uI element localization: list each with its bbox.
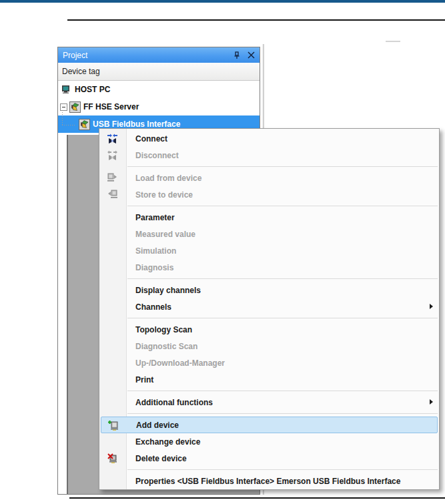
menu-item-display-channels[interactable]: Display channels <box>99 282 439 298</box>
menu-item-properties[interactable]: Properties <USB Fieldbus Interface> Emer… <box>99 473 439 489</box>
menu-separator <box>99 276 439 282</box>
menu-separator <box>99 467 439 473</box>
menu-item-label: Exchange device <box>135 437 200 447</box>
menu-separator <box>99 388 439 394</box>
menu-separator <box>99 411 439 417</box>
menu-item-label: Add device <box>136 421 179 430</box>
device-dtm-icon <box>79 119 90 130</box>
menu-item-label: Diagnosis <box>135 263 173 272</box>
device-dtm-icon <box>69 101 81 113</box>
menu-item-label: Measured value <box>135 230 195 239</box>
menu-separator <box>99 315 439 321</box>
menu-item-label: Channels <box>135 302 171 312</box>
menu-item-print[interactable]: Print <box>99 371 439 388</box>
submenu-arrow-icon <box>430 304 433 309</box>
connect-icon <box>107 133 118 144</box>
menu-item-exchange-device[interactable]: Exchange device <box>99 433 439 450</box>
menu-separator <box>99 203 439 209</box>
menu-item-up-download-manager[interactable]: Up-/Download-Manager <box>99 354 439 371</box>
collapse-minus-icon[interactable] <box>60 103 67 111</box>
tree-label: HOST PC <box>72 85 110 94</box>
menu-item-load-from-device[interactable]: Load from device <box>99 170 439 186</box>
device-context-menu: Connect Disconnect <box>99 128 440 490</box>
device-tag-column-header[interactable]: Device tag <box>58 63 260 81</box>
menu-item-label: Load from device <box>135 174 201 183</box>
menu-item-label: Diagnostic Scan <box>135 342 197 351</box>
menu-item-label: Up-/Download-Manager <box>135 358 225 368</box>
menu-item-store-to-device[interactable]: Store to device <box>99 186 439 203</box>
close-icon[interactable] <box>246 51 256 60</box>
menu-item-label: Parameter <box>135 213 175 222</box>
menu-item-label: Properties <USB Fieldbus Interface> Emer… <box>135 477 400 486</box>
menu-item-parameter[interactable]: Parameter <box>99 209 439 226</box>
tree-row-ff-hse-server[interactable]: FF HSE Server <box>58 98 260 115</box>
tree-connector-line <box>62 125 75 125</box>
store-to-device-icon <box>107 189 118 200</box>
disconnect-icon <box>107 150 118 161</box>
menu-item-simulation[interactable]: Simulation <box>99 242 439 259</box>
menu-item-diagnostic-scan[interactable]: Diagnostic Scan <box>99 338 439 354</box>
menu-item-diagnosis[interactable]: Diagnosis <box>99 259 439 276</box>
screenshot-root: Project Device tag <box>0 0 445 504</box>
menu-item-additional-functions[interactable]: Additional functions <box>99 394 439 411</box>
background-artifact <box>386 41 400 42</box>
menu-item-label: Simulation <box>135 246 176 256</box>
menu-item-label: Delete device <box>135 454 187 463</box>
document-top-bar <box>0 0 445 3</box>
host-pc-icon <box>61 84 72 95</box>
menu-item-add-device[interactable]: Add device <box>101 417 438 433</box>
menu-item-label: Connect <box>135 134 167 144</box>
menu-separator <box>99 164 439 170</box>
menu-item-channels[interactable]: Channels <box>99 298 439 315</box>
delete-device-icon <box>107 453 118 464</box>
menu-item-label: Disconnect <box>135 151 179 160</box>
add-device-icon <box>107 420 119 431</box>
menu-item-disconnect[interactable]: Disconnect <box>99 147 439 164</box>
menu-item-label: Display channels <box>135 286 201 295</box>
tree-label: USB Fieldbus Interface <box>90 119 180 129</box>
menu-item-measured-value[interactable]: Measured value <box>99 226 439 242</box>
tree-label: FF HSE Server <box>81 102 139 111</box>
pin-icon[interactable] <box>232 51 242 60</box>
menu-item-topology-scan[interactable]: Topology Scan <box>99 321 439 338</box>
panel-title: Project <box>58 51 87 60</box>
menu-item-label: Print <box>135 375 153 385</box>
device-tree: HOST PC FF HSE Server <box>58 81 260 133</box>
menu-item-connect[interactable]: Connect <box>99 130 439 147</box>
menu-item-label: Store to device <box>135 190 193 200</box>
tree-connector-line <box>62 112 63 125</box>
tree-row-host-pc[interactable]: HOST PC <box>58 81 260 98</box>
document-rule-top <box>67 19 445 21</box>
document-rule-bottom <box>69 497 445 499</box>
menu-item-label: Additional functions <box>135 398 213 407</box>
load-from-device-icon <box>107 172 118 184</box>
submenu-arrow-icon <box>430 399 433 405</box>
menu-item-delete-device[interactable]: Delete device <box>99 450 439 467</box>
menu-item-label: Topology Scan <box>135 325 192 334</box>
column-header-label: Device tag <box>58 67 100 76</box>
project-panel-titlebar[interactable]: Project <box>58 47 260 63</box>
